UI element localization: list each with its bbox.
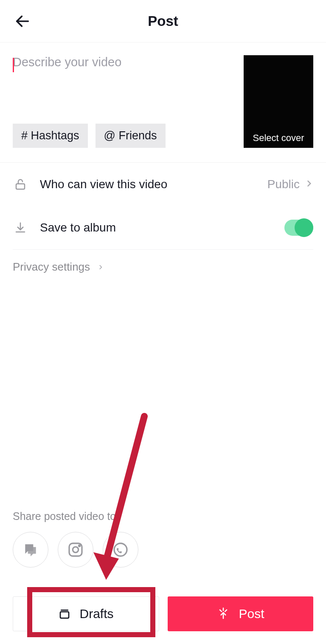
svg-line-10: [220, 610, 222, 612]
whatsapp-icon: [112, 541, 129, 558]
svg-point-4: [79, 545, 80, 546]
save-album-row: Save to album: [13, 206, 313, 249]
back-arrow-icon: [14, 13, 31, 30]
bottom-bar: Drafts Post: [13, 596, 313, 631]
page-title: Post: [0, 13, 326, 29]
visibility-value: Public: [267, 178, 300, 191]
drafts-label: Drafts: [79, 607, 113, 621]
video-cover[interactable]: Select cover: [244, 55, 313, 148]
instagram-icon: [67, 541, 84, 558]
share-instagram[interactable]: [58, 532, 93, 568]
svg-line-11: [225, 610, 227, 612]
share-whatsapp[interactable]: [103, 532, 138, 568]
svg-point-5: [114, 543, 127, 556]
share-messages[interactable]: [13, 532, 48, 568]
chevron-right-icon: [98, 263, 104, 272]
lock-icon: [13, 177, 28, 192]
save-album-toggle[interactable]: [284, 220, 313, 236]
visibility-row[interactable]: Who can view this video Public: [13, 163, 313, 206]
select-cover-label: Select cover: [253, 133, 304, 144]
toggle-knob: [295, 218, 313, 237]
svg-rect-1: [16, 184, 25, 189]
header: Post: [0, 0, 326, 42]
post-button[interactable]: Post: [168, 596, 313, 631]
download-icon: [13, 221, 28, 234]
post-label: Post: [239, 607, 264, 621]
save-album-label: Save to album: [40, 221, 284, 234]
caption-input[interactable]: [13, 55, 235, 69]
hashtags-chip[interactable]: # Hashtags: [13, 124, 88, 148]
compose-area: # Hashtags @ Friends Select cover: [0, 42, 326, 148]
svg-point-3: [73, 547, 78, 552]
post-icon: [216, 607, 230, 621]
privacy-settings-link[interactable]: Privacy settings: [0, 250, 326, 274]
share-label: Share posted video to:: [13, 510, 313, 523]
friends-chip[interactable]: @ Friends: [96, 124, 166, 148]
svg-rect-7: [60, 612, 69, 618]
privacy-settings-label: Privacy settings: [13, 260, 90, 274]
chat-icon: [22, 542, 39, 558]
back-button[interactable]: [13, 11, 32, 31]
drafts-button[interactable]: Drafts: [13, 596, 159, 631]
chevron-right-icon: [305, 178, 313, 191]
drafts-icon: [58, 607, 71, 620]
share-section: Share posted video to:: [13, 510, 313, 568]
visibility-label: Who can view this video: [40, 178, 267, 191]
caption-caret: [13, 58, 14, 72]
